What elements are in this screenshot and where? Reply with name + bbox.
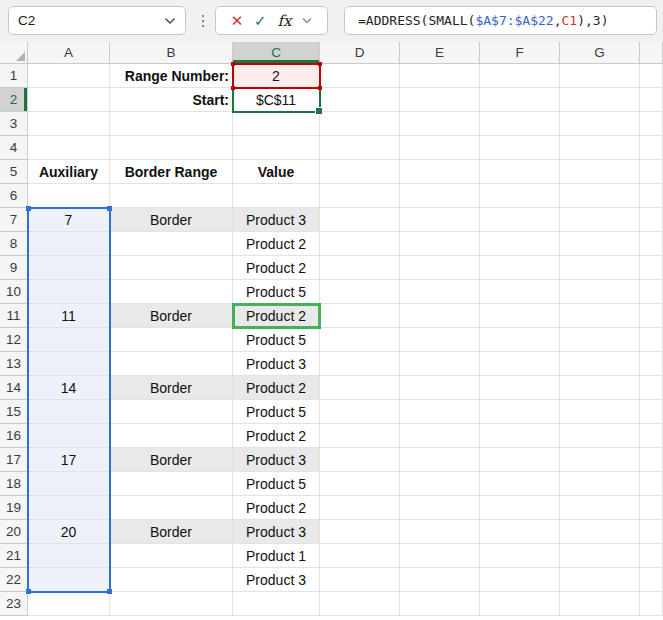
cell-E3[interactable] [400,112,480,136]
cell-A16[interactable] [28,424,110,448]
cell-A7[interactable]: 7 [28,208,110,232]
cell-E4[interactable] [400,136,480,160]
cell-B2[interactable]: Start: [110,88,233,112]
cell-F6[interactable] [480,184,560,208]
cell-F10[interactable] [480,280,560,304]
cell-H15[interactable] [640,400,663,424]
cell-G22[interactable] [560,568,640,592]
row-header-7[interactable]: 7 [0,208,28,232]
row-header-4[interactable]: 4 [0,136,28,160]
cell-D21[interactable] [320,544,400,568]
cell-A22[interactable] [28,568,110,592]
cell-D2[interactable] [320,88,400,112]
cell-B5[interactable]: Border Range [110,160,233,184]
cell-B18[interactable] [110,472,233,496]
cell-H6[interactable] [640,184,663,208]
cell-H12[interactable] [640,328,663,352]
cell-D7[interactable] [320,208,400,232]
cell-F12[interactable] [480,328,560,352]
cell-E1[interactable] [400,64,480,88]
cell-F13[interactable] [480,352,560,376]
cell-H19[interactable] [640,496,663,520]
cell-H13[interactable] [640,352,663,376]
cell-H16[interactable] [640,424,663,448]
cell-E17[interactable] [400,448,480,472]
cell-E14[interactable] [400,376,480,400]
cell-A3[interactable] [28,112,110,136]
cell-A18[interactable] [28,472,110,496]
row-header-13[interactable]: 13 [0,352,28,376]
row-header-1[interactable]: 1 [0,64,28,88]
cell-H17[interactable] [640,448,663,472]
cell-F3[interactable] [480,112,560,136]
cell-C8[interactable]: Product 2 [233,232,320,256]
cell-F22[interactable] [480,568,560,592]
row-header-22[interactable]: 22 [0,568,28,592]
cell-D16[interactable] [320,424,400,448]
cell-C5[interactable]: Value [233,160,320,184]
row-header-8[interactable]: 8 [0,232,28,256]
cell-C13[interactable]: Product 3 [233,352,320,376]
cell-E15[interactable] [400,400,480,424]
cell-B23[interactable] [110,592,233,616]
cell-A11[interactable]: 11 [28,304,110,328]
cell-C18[interactable]: Product 5 [233,472,320,496]
cell-A5[interactable]: Auxiliary [28,160,110,184]
cell-H22[interactable] [640,568,663,592]
cell-E2[interactable] [400,88,480,112]
cell-D14[interactable] [320,376,400,400]
cell-D9[interactable] [320,256,400,280]
cell-E19[interactable] [400,496,480,520]
name-box[interactable]: C2 [8,6,186,35]
cell-G1[interactable] [560,64,640,88]
column-header-partial[interactable] [640,42,663,64]
row-header-2[interactable]: 2 [0,88,28,112]
cell-F16[interactable] [480,424,560,448]
cell-G15[interactable] [560,400,640,424]
cell-B20[interactable]: Border [110,520,233,544]
cell-A8[interactable] [28,232,110,256]
cell-C20[interactable]: Product 3 [233,520,320,544]
cell-C19[interactable]: Product 2 [233,496,320,520]
cell-F18[interactable] [480,472,560,496]
cell-C15[interactable]: Product 5 [233,400,320,424]
cell-C10[interactable]: Product 5 [233,280,320,304]
cell-B6[interactable] [110,184,233,208]
column-header-B[interactable]: B [110,42,233,64]
cell-A4[interactable] [28,136,110,160]
cell-C3[interactable] [233,112,320,136]
cell-H9[interactable] [640,256,663,280]
cell-C17[interactable]: Product 3 [233,448,320,472]
cell-A13[interactable] [28,352,110,376]
cell-E13[interactable] [400,352,480,376]
cell-D22[interactable] [320,568,400,592]
row-header-10[interactable]: 10 [0,280,28,304]
cell-B19[interactable] [110,496,233,520]
cell-D19[interactable] [320,496,400,520]
cell-D3[interactable] [320,112,400,136]
cell-B13[interactable] [110,352,233,376]
cell-B10[interactable] [110,280,233,304]
cell-C16[interactable]: Product 2 [233,424,320,448]
cell-F21[interactable] [480,544,560,568]
fill-handle[interactable] [315,107,323,115]
cell-G8[interactable] [560,232,640,256]
fx-chevron-icon[interactable] [302,17,312,24]
cell-G20[interactable] [560,520,640,544]
cell-D4[interactable] [320,136,400,160]
cell-C4[interactable] [233,136,320,160]
cell-C22[interactable]: Product 3 [233,568,320,592]
cell-E22[interactable] [400,568,480,592]
cell-G18[interactable] [560,472,640,496]
cell-C12[interactable]: Product 5 [233,328,320,352]
row-header-17[interactable]: 17 [0,448,28,472]
row-header-14[interactable]: 14 [0,376,28,400]
cell-B4[interactable] [110,136,233,160]
cell-C6[interactable] [233,184,320,208]
cell-E20[interactable] [400,520,480,544]
row-header-23[interactable]: 23 [0,592,28,616]
row-header-9[interactable]: 9 [0,256,28,280]
row-header-11[interactable]: 11 [0,304,28,328]
cell-E18[interactable] [400,472,480,496]
cell-H23[interactable] [640,592,663,616]
